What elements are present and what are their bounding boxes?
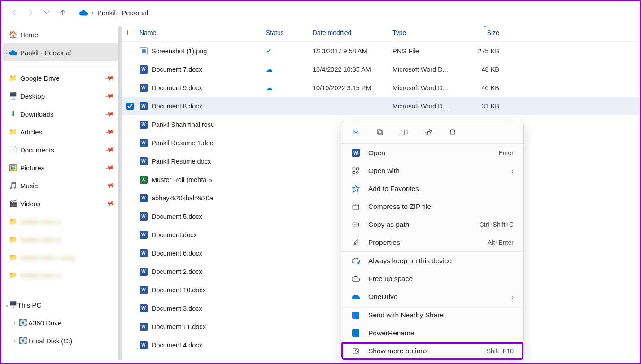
more-icon	[351, 347, 360, 355]
sidebar-onedrive-root[interactable]: › Pankil - Personal	[3, 43, 120, 61]
file-name: Document 5.docx	[152, 213, 202, 220]
column-type[interactable]: Type	[392, 29, 459, 36]
path-icon	[351, 221, 360, 229]
recent-dropdown[interactable]	[40, 4, 53, 22]
word-file-icon: W	[140, 341, 148, 349]
zip-icon	[351, 203, 360, 211]
home-icon: 🏠	[9, 30, 17, 39]
synced-icon: ✔	[266, 47, 272, 55]
download-icon: ⬇	[9, 110, 17, 118]
file-name: Document 9.docx	[152, 84, 202, 91]
sidebar-this-pc[interactable]: ⌄ 🖥️ This PC	[3, 296, 120, 314]
music-icon: 🎵	[9, 182, 17, 190]
pin-icon: 📌	[105, 73, 115, 83]
forward-button[interactable]	[24, 4, 37, 22]
shortcut-label: Ctrl+Shift+C	[480, 221, 514, 228]
sidebar-drive[interactable]: ›💽A360 Drive	[3, 314, 120, 332]
share-button[interactable]	[423, 127, 434, 138]
file-name: Screenshot (1).png	[152, 48, 207, 55]
cut-button[interactable]: ✂	[350, 127, 361, 138]
openwith-icon	[351, 167, 360, 175]
menu-copy-as-path[interactable]: Copy as pathCtrl+Shift+C	[341, 216, 523, 234]
row-checkbox[interactable]	[126, 103, 134, 110]
menu-onedrive[interactable]: OneDrive›	[341, 288, 523, 306]
sidebar-item[interactable]: 📁hidden item a	[3, 212, 120, 230]
word-file-icon: W	[140, 84, 148, 92]
desktop-icon: 🖥️	[9, 92, 17, 100]
divider	[9, 65, 114, 65]
sidebar-item-downloads[interactable]: ⬇Downloads📌	[3, 105, 120, 123]
sidebar-item-videos[interactable]: 🎬Videos📌	[3, 195, 120, 212]
file-name: Document.docx	[152, 231, 197, 238]
menu-add-to-favorites[interactable]: Add to Favorites	[341, 180, 523, 198]
word-file-icon: W	[140, 121, 148, 129]
shortcut-label: Enter	[499, 149, 514, 156]
column-headers: Name Status Date modified Type ⌄Size	[122, 24, 640, 42]
column-status[interactable]: Status	[266, 29, 313, 36]
file-list: Name Status Date modified Type ⌄Size ▦Sc…	[122, 24, 640, 363]
sidebar-item-desktop[interactable]: 🖥️Desktop📌	[3, 87, 120, 105]
file-name: Pankil Resume 1.doc	[152, 139, 213, 147]
rename-icon	[351, 329, 360, 337]
menu-compress-to-zip-file[interactable]: Compress to ZIP file	[341, 198, 523, 216]
pin-icon: 📌	[105, 199, 115, 209]
breadcrumb-location[interactable]: Pankil - Personal	[97, 9, 148, 17]
file-type: PNG File	[392, 48, 459, 55]
cloud-free-icon	[351, 275, 360, 282]
menu-open[interactable]: WOpenEnter	[341, 144, 523, 162]
menu-free-up-space[interactable]: Free up space	[341, 270, 523, 288]
sidebar-item-pictures[interactable]: 🖼️Pictures📌	[3, 159, 120, 177]
up-button[interactable]	[56, 4, 70, 22]
menu-properties[interactable]: PropertiesAlt+Enter	[341, 234, 523, 251]
file-row[interactable]: ▦Screenshot (1).png✔1/13/2017 9:58 AMPNG…	[122, 42, 640, 60]
pic-icon: 🖼️	[9, 164, 17, 172]
star-icon	[351, 185, 360, 193]
chevron-right-icon[interactable]: ›	[10, 338, 19, 343]
rename-button[interactable]	[399, 127, 410, 138]
file-name: Document 11.docx	[152, 323, 206, 330]
svg-rect-5	[353, 172, 355, 174]
sidebar-item-music[interactable]: 🎵Music📌	[3, 177, 120, 195]
menu-always-keep-on-this-device[interactable]: Always keep on this device	[341, 252, 523, 270]
sidebar-item-articles[interactable]: 📁Articles📌	[3, 123, 120, 141]
back-button[interactable]	[8, 4, 21, 22]
svg-point-8	[357, 262, 359, 264]
chevron-right-icon: ›	[512, 294, 514, 300]
context-toolbar: ✂	[341, 121, 523, 143]
pin-icon: 📌	[105, 109, 115, 119]
toolbar: › Pankil - Personal	[1, 1, 640, 24]
file-row[interactable]: WDocument 7.docx☁10/4/2022 10:35 AMMicro…	[122, 60, 640, 78]
onedrive-icon	[351, 293, 360, 300]
file-row[interactable]: WDocument 9.docx☁10/10/2022 3:15 PMMicro…	[122, 78, 640, 97]
sort-indicator-icon: ⌄	[483, 23, 487, 28]
menu-show-more-options[interactable]: Show more optionsShift+F10	[341, 342, 523, 360]
drive-icon: 💽	[18, 337, 27, 345]
copy-button[interactable]	[375, 127, 385, 138]
sidebar-drive[interactable]: ›💽Local Disk (C:)	[3, 332, 120, 350]
menu-send-with-nearby-share[interactable]: Send with Nearby Share	[341, 306, 523, 324]
word-file-icon: W	[140, 304, 148, 312]
file-row[interactable]: WDocument 8.docxMicrosoft Word D...31 KB	[122, 97, 640, 115]
sidebar-item[interactable]: 📁hidden item d	[3, 266, 120, 284]
folder-icon: 📁	[9, 74, 17, 82]
column-size[interactable]: ⌄Size	[459, 29, 505, 36]
onedrive-icon	[78, 9, 88, 16]
chevron-right-icon[interactable]: ›	[10, 320, 19, 325]
file-name: Pankil Resume.docx	[152, 158, 211, 165]
sidebar-item[interactable]: 📁hidden item b	[3, 230, 120, 248]
sidebar-item[interactable]: 📁hidden item c long	[3, 248, 120, 266]
excel-file-icon: X	[140, 176, 148, 184]
cloud-keep-icon	[351, 257, 360, 264]
menu-open-with[interactable]: Open with›	[341, 162, 523, 180]
column-date[interactable]: Date modified	[313, 29, 392, 36]
word-file-icon: W	[140, 139, 148, 147]
sidebar-item-documents[interactable]: 📄Documents📌	[3, 141, 120, 159]
breadcrumb[interactable]: › Pankil - Personal	[78, 9, 148, 17]
column-name[interactable]: Name	[139, 29, 266, 36]
pin-icon: 📌	[105, 163, 115, 173]
menu-powerrename[interactable]: PowerRename	[341, 324, 523, 342]
sidebar-home[interactable]: 🏠 Home	[3, 26, 120, 43]
sidebar-item-google-drive[interactable]: 📁Google Drive📌	[3, 69, 120, 87]
select-all-checkbox[interactable]	[122, 30, 139, 35]
delete-button[interactable]	[447, 127, 458, 138]
